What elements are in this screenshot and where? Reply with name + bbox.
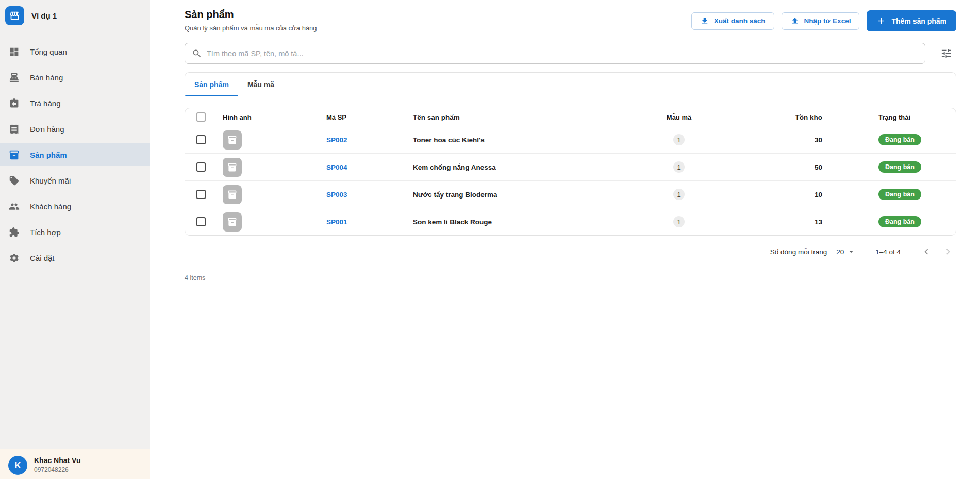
column-header-status: Trạng thái	[828, 113, 956, 121]
select-all-checkbox[interactable]	[196, 112, 206, 122]
search-input[interactable]	[207, 49, 918, 58]
table-row[interactable]: SP004 Kem chống nắng Anessa 1 50 Đang bá…	[185, 153, 956, 180]
user-profile[interactable]: K Khac Nhat Vu 0972048226	[0, 449, 150, 479]
row-checkbox[interactable]	[196, 217, 206, 226]
sidebar-item[interactable]: Bán hàng	[0, 66, 150, 89]
box-icon	[227, 217, 237, 227]
row-checkbox-cell	[185, 217, 217, 226]
sidebar-item-label: Cài đặt	[30, 254, 55, 262]
row-checkbox[interactable]	[196, 162, 206, 172]
sidebar-item-label: Sản phẩm	[30, 151, 67, 159]
status-cell: Đang bán	[828, 134, 956, 145]
items-count: 4 items	[185, 274, 956, 282]
dropdown-arrow-icon	[846, 247, 856, 256]
table-header-row: Hình ảnh Mã SP Tên sản phẩm Mẫu mã Tồn k…	[185, 108, 956, 126]
pos-icon	[9, 72, 20, 83]
variant-count-cell: 1	[633, 216, 725, 227]
search-box	[185, 43, 925, 64]
table-row[interactable]: SP003 Nước tẩy trang Bioderma 1 10 Đang …	[185, 180, 956, 208]
tab[interactable]: Mẫu mã	[238, 73, 284, 96]
product-code-link[interactable]: SP002	[326, 136, 347, 144]
sidebar-item-label: Khách hàng	[30, 202, 71, 211]
column-header-code: Mã SP	[319, 113, 407, 121]
user-phone: 0972048226	[34, 466, 81, 473]
tag-icon	[9, 175, 20, 186]
variant-count-cell: 1	[633, 189, 725, 200]
previous-page-button[interactable]	[918, 243, 935, 260]
variant-count-cell: 1	[633, 134, 725, 145]
column-header-image: Hình ảnh	[217, 113, 319, 121]
import-button-label: Nhập từ Excel	[804, 17, 851, 25]
export-button-label: Xuất danh sách	[714, 17, 766, 25]
pagination: Số dòng mỗi trang 20 1–4 of 4	[185, 243, 956, 260]
status-cell: Đang bán	[828, 161, 956, 173]
sidebar-item[interactable]: Khuyến mãi	[0, 169, 150, 192]
product-image-placeholder	[223, 130, 242, 150]
product-image-placeholder	[223, 185, 242, 204]
row-checkbox-cell	[185, 135, 217, 144]
product-name: Nước tẩy trang Bioderma	[407, 191, 633, 199]
status-cell: Đang bán	[828, 216, 956, 227]
product-image-cell	[217, 212, 319, 232]
product-name: Son kem lì Black Rouge	[407, 218, 633, 226]
sidebar-item[interactable]: Tích hợp	[0, 221, 150, 243]
page-header: Sản phẩm Quản lý sản phẩm và mẫu mã của …	[185, 9, 956, 32]
sidebar-item[interactable]: Khách hàng	[0, 195, 150, 218]
user-name: Khac Nhat Vu	[34, 456, 81, 465]
header-actions: Xuất danh sách Nhập từ Excel Thêm sản ph…	[691, 10, 956, 31]
main-content: Sản phẩm Quản lý sản phẩm và mẫu mã của …	[150, 0, 980, 479]
workspace-name: Ví dụ 1	[31, 11, 57, 20]
filter-button[interactable]	[936, 43, 956, 64]
sidebar-item[interactable]: Tổng quan	[0, 40, 150, 63]
sidebar-item-label: Tổng quan	[30, 47, 67, 56]
sidebar-item[interactable]: Cài đặt	[0, 246, 150, 269]
box-icon	[227, 162, 237, 172]
export-button[interactable]: Xuất danh sách	[691, 12, 774, 30]
sidebar-item-label: Đơn hàng	[30, 125, 64, 134]
tab[interactable]: Sản phẩm	[185, 73, 238, 96]
status-badge: Đang bán	[878, 216, 921, 227]
table-row[interactable]: SP002 Toner hoa cúc Kiehl's 1 30 Đang bá…	[185, 126, 956, 153]
upload-icon	[790, 16, 800, 26]
import-excel-button[interactable]: Nhập từ Excel	[782, 12, 860, 30]
app-root: Ví dụ 1 Tổng quan Bán hàng Trả hàng Đơn …	[0, 0, 980, 479]
return-icon	[9, 98, 20, 109]
sidebar-item[interactable]: Trả hàng	[0, 92, 150, 114]
tune-icon	[940, 47, 952, 59]
dashboard-icon	[9, 46, 20, 57]
product-code-cell: SP002	[319, 135, 407, 144]
stock-value: 50	[725, 163, 828, 171]
row-checkbox[interactable]	[196, 190, 206, 199]
search-row	[185, 43, 956, 64]
avatar: K	[8, 456, 27, 475]
rows-per-page-select[interactable]: 20	[836, 247, 856, 256]
table-row[interactable]: SP001 Son kem lì Black Rouge 1 13 Đang b…	[185, 208, 956, 235]
status-badge: Đang bán	[878, 189, 921, 200]
sidebar-item-label: Khuyến mãi	[30, 176, 71, 185]
next-page-button[interactable]	[940, 243, 956, 260]
product-code-cell: SP004	[319, 162, 407, 172]
table-body: SP002 Toner hoa cúc Kiehl's 1 30 Đang bá…	[185, 126, 956, 235]
status-badge: Đang bán	[878, 161, 921, 173]
product-image-placeholder	[223, 158, 242, 177]
header-checkbox-cell	[185, 112, 217, 122]
variant-count-badge: 1	[673, 134, 685, 145]
sidebar-nav: Tổng quan Bán hàng Trả hàng Đơn hàng Sản…	[0, 31, 150, 269]
tabs-bar: Sản phẩmMẫu mã	[185, 72, 956, 96]
page-title-block: Sản phẩm Quản lý sản phẩm và mẫu mã của …	[185, 9, 317, 32]
add-product-button[interactable]: Thêm sản phẩm	[867, 10, 956, 31]
product-image-cell	[217, 185, 319, 204]
product-image-cell	[217, 130, 319, 150]
product-code-link[interactable]: SP004	[326, 163, 347, 171]
row-checkbox[interactable]	[196, 135, 206, 144]
product-name: Kem chống nắng Anessa	[407, 163, 633, 171]
sidebar-item[interactable]: Đơn hàng	[0, 118, 150, 140]
sidebar-item-label: Bán hàng	[30, 73, 63, 82]
chevron-right-icon	[942, 246, 954, 257]
sidebar-item[interactable]: Sản phẩm	[0, 143, 150, 166]
workspace-header[interactable]: Ví dụ 1	[0, 0, 150, 31]
product-code-link[interactable]: SP003	[326, 191, 347, 199]
user-info: Khac Nhat Vu 0972048226	[34, 456, 81, 479]
product-code-link[interactable]: SP001	[326, 218, 347, 226]
status-cell: Đang bán	[828, 189, 956, 200]
